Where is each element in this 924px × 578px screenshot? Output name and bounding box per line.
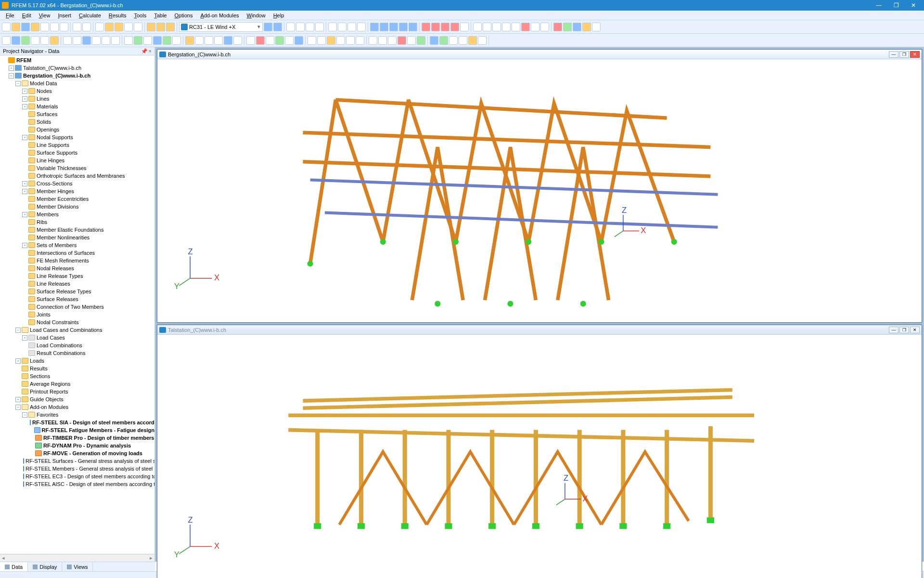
close-button[interactable]: ✕ [905, 2, 922, 9]
child-minimize-button[interactable]: — [889, 327, 898, 333]
tb-icon[interactable] [214, 36, 223, 45]
tb-icon[interactable] [460, 23, 469, 31]
tree-item[interactable]: Ribs [0, 218, 154, 226]
load-case-combo[interactable]: ▾ [179, 22, 263, 32]
chevron-down-icon[interactable]: ▾ [256, 24, 262, 30]
tb-icon[interactable] [124, 36, 133, 45]
tree-item[interactable]: Surface Releases [0, 295, 154, 303]
nav-tab-display[interactable]: Display [28, 562, 62, 571]
tree-item[interactable]: Member Divisions [0, 203, 154, 210]
tree-item[interactable]: RF-STEEL EC3 - Design of steel members a… [0, 473, 154, 480]
child-titlebar[interactable]: Bergstation_(C)www.i-b.ch — ❐ ✕ [157, 50, 922, 59]
tree-item[interactable]: Line Supports [0, 141, 154, 149]
tb-icon[interactable] [111, 36, 120, 45]
tb-prev-icon[interactable] [264, 23, 272, 31]
tree-item[interactable]: Line Releases [0, 280, 154, 288]
menu-add-on-modules[interactable]: Add-on Modules [197, 12, 242, 19]
tb-icon[interactable] [430, 36, 438, 45]
tree-item[interactable]: −Bergstation_(C)www.i-b.ch [0, 72, 154, 79]
tree-item[interactable]: +Member Hinges [0, 187, 154, 195]
tree-item[interactable]: Nodal Constraints [0, 318, 154, 326]
tb-redo-icon[interactable] [82, 23, 91, 31]
menu-view[interactable]: View [36, 12, 53, 19]
tb-icon[interactable] [531, 23, 539, 31]
tb-icon[interactable] [521, 23, 530, 31]
tb-icon[interactable] [124, 23, 133, 31]
tree-item[interactable]: −Load Cases and Combinations [0, 326, 154, 334]
tb-icon[interactable] [563, 23, 572, 31]
tb-icon[interactable] [407, 36, 416, 45]
tb-icon[interactable] [398, 36, 406, 45]
tb-icon[interactable] [449, 36, 458, 45]
tree-item[interactable]: +Loads [0, 357, 154, 365]
tree-item[interactable]: +Talstation_(C)www.i-b.ch [0, 64, 154, 72]
tree-item[interactable]: −Favorites [0, 411, 154, 419]
tree-item[interactable]: Line Release Types [0, 272, 154, 280]
pin-icon[interactable]: 📌 [141, 48, 147, 54]
tree-item[interactable]: Member Elastic Foundations [0, 226, 154, 234]
tb-icon[interactable] [156, 23, 165, 31]
nav-tab-data[interactable]: Data [0, 562, 28, 571]
tree-item[interactable]: RF-TIMBER Pro - Design of timber members [0, 434, 154, 442]
tb-icon[interactable] [73, 36, 81, 45]
tb-icon[interactable] [327, 36, 335, 45]
tree-item[interactable]: +Cross-Sections [0, 180, 154, 187]
tb-icon[interactable] [315, 23, 324, 31]
tb-icon[interactable] [82, 36, 91, 45]
tb-next-icon[interactable] [273, 23, 282, 31]
tree-item[interactable]: +Guide Objects [0, 395, 154, 403]
tb-icon[interactable] [369, 36, 377, 45]
tb-icon[interactable] [246, 36, 255, 45]
tb-icon[interactable] [163, 36, 171, 45]
tb-icon[interactable] [205, 36, 213, 45]
tree-item[interactable]: Surface Supports [0, 149, 154, 157]
tree-item[interactable]: +Nodal Supports [0, 133, 154, 141]
tb-icon[interactable] [285, 36, 294, 45]
tb-icon[interactable] [336, 36, 345, 45]
tb-icon[interactable] [40, 23, 49, 31]
tb-icon[interactable] [409, 23, 417, 31]
tree-item[interactable]: Solids [0, 118, 154, 126]
tb-icon[interactable] [492, 23, 501, 31]
nav-tab-views[interactable]: Views [62, 562, 93, 571]
tb-icon[interactable] [286, 23, 295, 31]
tb-icon[interactable] [357, 23, 366, 31]
tb-icon[interactable] [2, 36, 11, 45]
maximize-button[interactable]: ❐ [887, 2, 905, 9]
tb-icon[interactable] [296, 23, 305, 31]
menu-edit[interactable]: Edit [19, 12, 34, 19]
tree-item[interactable]: Intersections of Surfaces [0, 249, 154, 257]
tree-item[interactable]: Line Hinges [0, 157, 154, 164]
tb-icon[interactable] [143, 36, 152, 45]
minimize-button[interactable]: — [870, 2, 887, 9]
tb-icon[interactable] [468, 36, 477, 45]
load-case-input[interactable] [189, 24, 256, 30]
tb-icon[interactable] [147, 23, 155, 31]
child-maximize-button[interactable]: ❐ [899, 51, 909, 58]
tb-icon[interactable] [399, 23, 408, 31]
tb-undo-icon[interactable] [73, 23, 81, 31]
tree-item[interactable]: +Members [0, 210, 154, 218]
menu-insert[interactable]: Insert [55, 12, 74, 19]
tb-icon[interactable] [195, 36, 204, 45]
tb-icon[interactable] [431, 23, 440, 31]
tb-icon[interactable] [347, 23, 356, 31]
tb-icon[interactable] [134, 23, 142, 31]
tree-item[interactable]: Nodal Releases [0, 264, 154, 272]
child-minimize-button[interactable]: — [889, 51, 898, 58]
h-scrollbar[interactable]: ◂ ▸ [0, 554, 154, 562]
tb-icon[interactable] [31, 23, 39, 31]
tree-item[interactable]: +Lines [0, 95, 154, 103]
tb-new-icon[interactable] [2, 23, 11, 31]
tb-save-icon[interactable] [21, 23, 30, 31]
close-panel-icon[interactable]: × [149, 48, 152, 54]
tree-item[interactable]: RF-STEEL Surfaces - General stress analy… [0, 457, 154, 465]
tb-icon[interactable] [95, 23, 104, 31]
tb-icon[interactable] [12, 36, 20, 45]
tree-item[interactable]: RF-DYNAM Pro - Dynamic analysis [0, 442, 154, 449]
tree-item[interactable]: +Sets of Members [0, 241, 154, 249]
tb-icon[interactable] [50, 36, 59, 45]
tb-icon[interactable] [478, 36, 487, 45]
tb-icon[interactable] [224, 36, 232, 45]
tb-icon[interactable] [256, 36, 265, 45]
